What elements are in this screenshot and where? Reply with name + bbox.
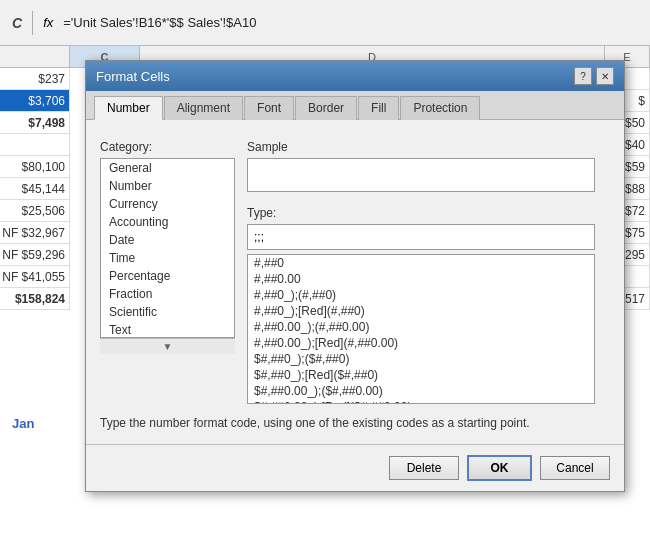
main-content: Category: General Number Currency Accoun…: [100, 140, 610, 404]
cell-reference: C: [12, 15, 22, 31]
tab-protection[interactable]: Protection: [400, 96, 480, 120]
tab-alignment[interactable]: Alignment: [164, 96, 243, 120]
cat-scientific[interactable]: Scientific: [101, 303, 234, 321]
fx-label: fx: [43, 15, 53, 30]
formula-bar: C fx: [0, 0, 650, 46]
cat-time[interactable]: Time: [101, 249, 234, 267]
type-item-2[interactable]: #,##0_);(#,##0): [248, 287, 594, 303]
type-item-4[interactable]: #,##0.00_);(#,##0.00): [248, 319, 594, 335]
tab-border[interactable]: Border: [295, 96, 357, 120]
delete-button[interactable]: Delete: [389, 456, 459, 480]
dialog-close-button[interactable]: ✕: [596, 67, 614, 85]
dialog-title: Format Cells: [96, 69, 170, 84]
jan-label: Jan: [12, 416, 34, 431]
formula-divider: [32, 11, 33, 35]
tab-font[interactable]: Font: [244, 96, 294, 120]
cat-percentage[interactable]: Percentage: [101, 267, 234, 285]
row-num-header-blank: [0, 46, 70, 67]
sample-label: Sample: [247, 140, 610, 154]
description-text: Type the number format code, using one o…: [100, 414, 610, 432]
cat-text[interactable]: Text: [101, 321, 234, 338]
type-item-7[interactable]: $#,##0_);[Red]($#,##0): [248, 367, 594, 383]
dialog-help-button[interactable]: ?: [574, 67, 592, 85]
type-listbox[interactable]: #,##0 #,##0.00 #,##0_);(#,##0) #,##0_);[…: [247, 254, 595, 404]
right-panel: Sample Type: #,##0 #,##0.00 #,##0_);(#,#…: [247, 140, 610, 404]
type-item-3[interactable]: #,##0_);[Red](#,##0): [248, 303, 594, 319]
cat-number[interactable]: Number: [101, 177, 234, 195]
dialog-controls: ? ✕: [574, 67, 614, 85]
tab-number[interactable]: Number: [94, 96, 163, 120]
cat-general[interactable]: General: [101, 159, 234, 177]
dialog-titlebar: Format Cells ? ✕: [86, 61, 624, 91]
cell-c4: [0, 134, 70, 156]
type-input[interactable]: [247, 224, 595, 250]
cell-c2: $3,706: [0, 90, 70, 112]
cell-c1: $237: [0, 68, 70, 90]
cell-c6: $45,144: [0, 178, 70, 200]
cell-c9: NF $59,296: [0, 244, 70, 266]
type-item-0[interactable]: #,##0: [248, 255, 594, 271]
category-list[interactable]: General Number Currency Accounting Date …: [100, 158, 235, 338]
cell-c8: NF $32,967: [0, 222, 70, 244]
formula-input[interactable]: [63, 15, 642, 30]
type-item-6[interactable]: $#,##0_);($#,##0): [248, 351, 594, 367]
cat-date[interactable]: Date: [101, 231, 234, 249]
dialog-body: Category: General Number Currency Accoun…: [86, 120, 624, 444]
type-item-9[interactable]: $#,##0.00_);[Red]($#,##0.00): [248, 399, 594, 404]
cancel-button[interactable]: Cancel: [540, 456, 610, 480]
cat-fraction[interactable]: Fraction: [101, 285, 234, 303]
format-cells-dialog: Format Cells ? ✕ Number Alignment Font B…: [85, 60, 625, 492]
cell-c5: $80,100: [0, 156, 70, 178]
left-cells: $237 $3,706 $7,498 $80,100 $45,144 $25,5…: [0, 68, 70, 310]
cat-accounting[interactable]: Accounting: [101, 213, 234, 231]
type-item-8[interactable]: $#,##0.00_);($#,##0.00): [248, 383, 594, 399]
type-item-1[interactable]: #,##0.00: [248, 271, 594, 287]
cell-c11: $158,824: [0, 288, 70, 310]
tabs-row: Number Alignment Font Border Fill Protec…: [86, 91, 624, 120]
cell-c7: $25,506: [0, 200, 70, 222]
cell-c3: $7,498: [0, 112, 70, 134]
tab-fill[interactable]: Fill: [358, 96, 399, 120]
ok-button[interactable]: OK: [467, 455, 532, 481]
type-item-5[interactable]: #,##0.00_);[Red](#,##0.00): [248, 335, 594, 351]
cell-c10: NF $41,055: [0, 266, 70, 288]
category-scroll-down[interactable]: ▼: [100, 338, 235, 354]
category-label: Category:: [100, 140, 235, 154]
sample-box: [247, 158, 595, 192]
dialog-bottom: Delete OK Cancel: [86, 444, 624, 491]
left-panel: Category: General Number Currency Accoun…: [100, 140, 235, 404]
type-label: Type:: [247, 206, 610, 220]
type-section: Type: #,##0 #,##0.00 #,##0_);(#,##0) #,#…: [247, 206, 610, 404]
cat-currency[interactable]: Currency: [101, 195, 234, 213]
